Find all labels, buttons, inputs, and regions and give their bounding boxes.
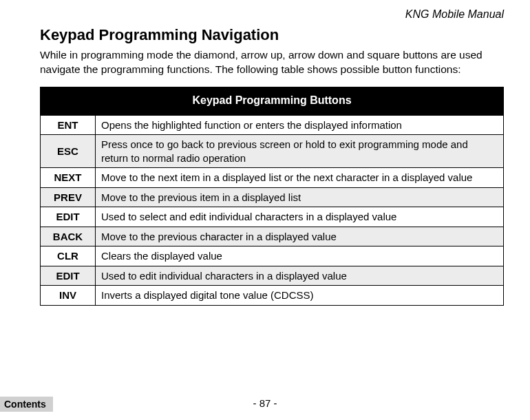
button-description-cell: Move to the previous character in a disp… — [96, 227, 504, 246]
button-name-cell: CLR — [41, 246, 96, 266]
page-content: Keypad Programming Navigation While in p… — [40, 26, 504, 306]
button-name-cell: EDIT — [41, 207, 96, 227]
page-number: - 87 - — [0, 397, 530, 409]
table-row: PREVMove to the previous item in a displ… — [41, 187, 504, 207]
table-row: INVInverts a displayed digital tone valu… — [41, 286, 504, 306]
button-description-cell: Used to edit individual characters in a … — [96, 266, 504, 286]
button-name-cell: PREV — [41, 187, 96, 207]
button-name-cell: ENT — [41, 115, 96, 135]
button-description-cell: Clears the displayed value — [96, 246, 504, 266]
table-row: EDITUsed to edit individual characters i… — [41, 266, 504, 286]
button-description-cell: Used to select and edit individual chara… — [96, 207, 504, 227]
keypad-buttons-table: Keypad Programming Buttons ENTOpens the … — [40, 87, 504, 306]
button-name-cell: EDIT — [41, 266, 96, 286]
section-title: Keypad Programming Navigation — [40, 26, 504, 44]
button-description-cell: Inverts a displayed digital tone value (… — [96, 286, 504, 306]
button-name-cell: ESC — [41, 135, 96, 168]
section-intro: While in programming mode the diamond, a… — [40, 48, 504, 77]
table-body: ENTOpens the highlighted function or ent… — [41, 115, 504, 305]
button-description-cell: Press once to go back to previous screen… — [96, 135, 504, 168]
button-name-cell: NEXT — [41, 168, 96, 188]
table-row: BACKMove to the previous character in a … — [41, 227, 504, 246]
button-description-cell: Opens the highlighted function or enters… — [96, 115, 504, 135]
table-row: ESCPress once to go back to previous scr… — [41, 135, 504, 168]
button-name-cell: BACK — [41, 227, 96, 246]
contents-link[interactable]: Contents — [0, 397, 53, 412]
table-row: CLRClears the displayed value — [41, 246, 504, 266]
table-row: ENTOpens the highlighted function or ent… — [41, 115, 504, 135]
button-description-cell: Move to the next item in a displayed lis… — [96, 168, 504, 188]
table-row: EDITUsed to select and edit individual c… — [41, 207, 504, 227]
table-row: NEXTMove to the next item in a displayed… — [41, 168, 504, 188]
button-description-cell: Move to the previous item in a displayed… — [96, 187, 504, 207]
table-caption: Keypad Programming Buttons — [41, 87, 504, 115]
manual-title: KNG Mobile Manual — [405, 8, 504, 21]
button-name-cell: INV — [41, 286, 96, 306]
